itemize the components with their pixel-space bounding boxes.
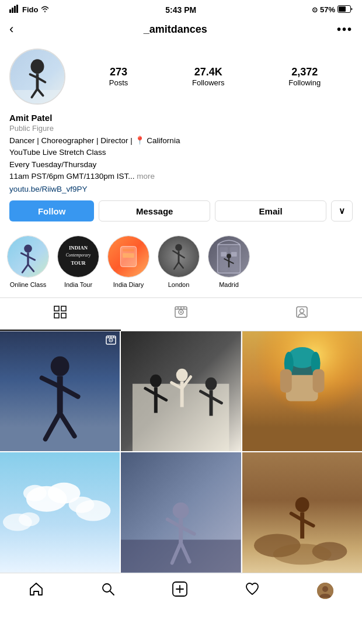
- action-buttons: Follow Message Email ∨: [9, 200, 353, 221]
- svg-point-79: [176, 369, 188, 382]
- following-label: Following: [288, 78, 321, 87]
- followers-label: Followers: [192, 78, 225, 87]
- svg-rect-49: [61, 313, 66, 318]
- highlight-circle-2: INDIAN Contemporary TOUR: [57, 236, 99, 278]
- profile-name: Amit Patel: [9, 113, 353, 123]
- highlight-circle-1: [7, 236, 49, 278]
- highlight-online-class[interactable]: Online Class: [7, 236, 49, 288]
- grid-item-6[interactable]: [242, 452, 362, 572]
- tab-posts[interactable]: [0, 298, 121, 331]
- nav-add[interactable]: [165, 579, 194, 603]
- heart-icon: [245, 582, 260, 600]
- nav-profile[interactable]: [310, 580, 340, 601]
- svg-rect-5: [339, 6, 346, 12]
- svg-rect-48: [54, 313, 59, 318]
- screen-record-icon: ⊙: [312, 6, 318, 14]
- email-button[interactable]: Email: [215, 200, 326, 221]
- bio-more[interactable]: more: [135, 172, 155, 181]
- reel-badge-1: [106, 335, 116, 347]
- grid-item-3[interactable]: [242, 331, 362, 451]
- svg-line-121: [110, 591, 114, 595]
- status-left: Fido: [9, 5, 50, 15]
- followers-stat[interactable]: 27.4K Followers: [192, 66, 225, 87]
- svg-point-101: [69, 497, 95, 513]
- search-icon: [101, 582, 115, 600]
- highlight-label-3: India Diary: [113, 281, 144, 288]
- svg-point-68: [110, 340, 112, 341]
- svg-rect-46: [54, 306, 59, 311]
- svg-point-15: [24, 245, 32, 253]
- grid-icon: [53, 305, 67, 323]
- home-icon: [29, 582, 44, 600]
- highlight-india-diary[interactable]: India Diary: [107, 236, 149, 288]
- profile-stats: 273 Posts 27.4K Followers 2,372 Followin…: [77, 66, 353, 87]
- nav-heart[interactable]: [238, 580, 267, 603]
- grid-item-1[interactable]: [0, 331, 120, 451]
- svg-rect-7: [11, 90, 64, 103]
- profile-top: 273 Posts 27.4K Followers 2,372 Followin…: [9, 49, 353, 105]
- highlight-circle-5: [208, 236, 250, 278]
- reels-icon: [174, 305, 188, 323]
- message-button[interactable]: Message: [99, 200, 210, 221]
- svg-text:TOUR: TOUR: [71, 260, 86, 266]
- svg-rect-95: [312, 369, 324, 393]
- svg-point-58: [300, 309, 304, 313]
- svg-text:INDIAN: INDIAN: [69, 245, 88, 251]
- status-bar: Fido 5:43 PM ⊙ 57%: [0, 0, 362, 17]
- highlight-india-tour[interactable]: INDIAN Contemporary TOUR India Tour: [57, 236, 99, 288]
- highlight-madrid[interactable]: Madrid: [208, 236, 250, 288]
- posts-stat[interactable]: 273 Posts: [109, 66, 128, 87]
- followers-count: 27.4K: [194, 66, 222, 78]
- svg-point-103: [19, 513, 40, 527]
- more-actions-button[interactable]: ∨: [331, 200, 353, 221]
- highlight-london[interactable]: London: [158, 236, 200, 288]
- follow-button[interactable]: Follow: [9, 200, 94, 221]
- svg-point-115: [273, 544, 331, 565]
- profile-link[interactable]: youtu.be/RiiwB_vf9PY: [9, 185, 353, 193]
- profile-section: 273 Posts 27.4K Followers 2,372 Followin…: [0, 41, 362, 236]
- svg-rect-94: [280, 369, 291, 393]
- highlights-row: Online Class INDIAN Contemporary TOUR In…: [0, 236, 362, 297]
- grid-item-5[interactable]: [121, 452, 241, 572]
- status-time: 5:43 PM: [165, 5, 196, 15]
- status-right: ⊙ 57%: [312, 5, 353, 15]
- battery-icon: [337, 5, 353, 15]
- highlight-circle-3: [107, 236, 149, 278]
- bottom-nav: [0, 573, 362, 615]
- svg-rect-0: [9, 9, 11, 13]
- profile-bio: Dancer | Choreographer | Director | 📍 Ca…: [9, 135, 353, 182]
- profile-username-nav: _amitdances: [144, 23, 207, 36]
- nav-bar: ‹ _amitdances •••: [0, 17, 362, 41]
- bio-line1: Dancer | Choreographer | Director | 📍 Ca…: [9, 136, 180, 145]
- svg-point-8: [31, 59, 44, 74]
- grid-item-4[interactable]: [0, 452, 120, 572]
- nav-avatar: [317, 583, 333, 599]
- svg-point-42: [227, 254, 231, 258]
- svg-rect-3: [16, 5, 18, 13]
- back-button[interactable]: ‹: [9, 22, 13, 37]
- grid-item-2[interactable]: [121, 331, 241, 451]
- following-stat[interactable]: 2,372 Following: [288, 66, 321, 87]
- tab-bar: [0, 297, 362, 331]
- svg-rect-41: [231, 252, 237, 257]
- nav-search[interactable]: [94, 580, 122, 603]
- nav-home[interactable]: [22, 580, 51, 603]
- posts-count: 273: [110, 66, 127, 78]
- svg-rect-27: [123, 248, 134, 251]
- svg-point-99: [23, 485, 47, 501]
- highlight-label-2: India Tour: [64, 281, 92, 288]
- tab-tagged[interactable]: [241, 298, 362, 331]
- posts-label: Posts: [109, 78, 128, 87]
- following-count: 2,372: [291, 66, 318, 78]
- avatar-image: [11, 50, 64, 103]
- highlight-label-4: London: [168, 281, 190, 288]
- svg-point-83: [206, 378, 217, 390]
- svg-point-75: [150, 375, 162, 387]
- highlight-label-5: Madrid: [219, 281, 239, 288]
- avatar[interactable]: [9, 49, 65, 105]
- more-options-button[interactable]: •••: [337, 23, 353, 36]
- highlight-label-1: Online Class: [10, 281, 46, 288]
- signal-icon: [9, 5, 20, 15]
- svg-point-106: [173, 503, 189, 519]
- tab-reels[interactable]: [121, 298, 242, 331]
